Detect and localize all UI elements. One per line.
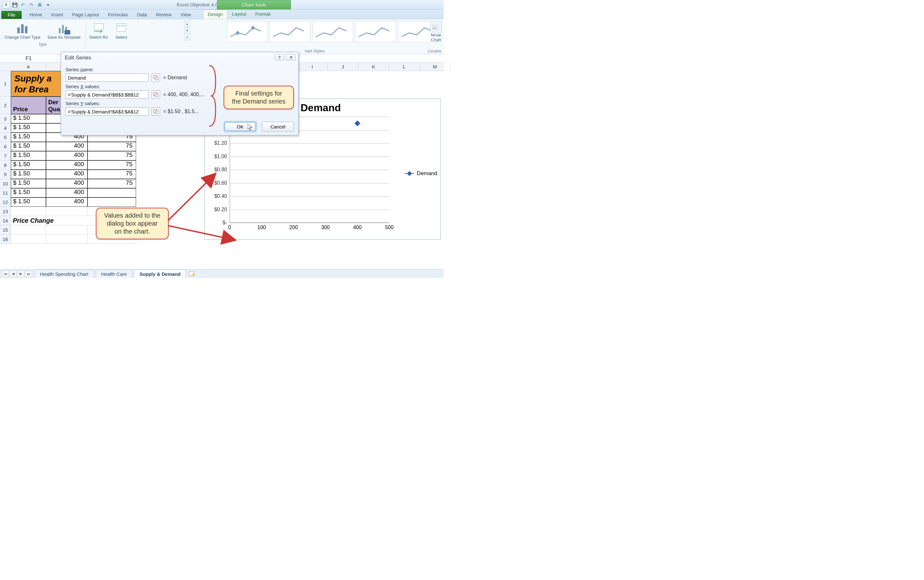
scroll-more-icon[interactable]: ▾ [184,34,190,40]
column-headers-right[interactable]: I J K L M [297,63,450,71]
chart-legend[interactable]: Demand [404,170,437,177]
tab-view[interactable]: View [176,10,195,19]
cell-B10[interactable]: 400 [46,179,87,188]
chart-style-3[interactable] [312,21,353,42]
chart-style-2[interactable] [270,21,311,42]
cell-A7[interactable]: $ 1.50 [11,151,46,160]
cell-B13[interactable] [46,207,87,216]
cell-A8[interactable]: $ 1.50 [11,160,46,170]
cell-A10[interactable]: $ 1.50 [11,179,46,188]
row-head-10[interactable]: 10 [0,179,11,188]
cell-C12[interactable] [87,198,136,207]
tab-review[interactable]: Review [151,10,176,19]
cell-A3[interactable]: $ 1.50 [11,114,46,124]
select-data-button[interactable]: Select [114,21,129,40]
qat-print-icon[interactable]: 🖶 [36,2,43,8]
row-head-13[interactable]: 13 [0,207,11,216]
sheet-tab-health-spending[interactable]: Health Spending Chart [35,270,94,278]
change-chart-type-button[interactable]: Change Chart Type [3,21,42,40]
sheet-nav-last[interactable]: ⏭ [25,271,32,277]
chart-data-point[interactable] [355,120,360,126]
row-head-12[interactable]: 12 [0,198,11,207]
tab-home[interactable]: Home [25,10,47,19]
row-head-14[interactable]: 14 [0,216,11,225]
series-y-input[interactable] [66,107,148,116]
range-selector-button-y[interactable] [152,107,160,116]
cell-A6[interactable]: $ 1.50 [11,142,46,151]
name-box[interactable]: F1 [0,54,58,62]
row-head-16[interactable]: 16 [0,234,11,244]
scroll-down-icon[interactable]: ▼ [184,27,190,33]
cell-B11[interactable]: 400 [46,188,87,198]
sheet-tab-supply-demand[interactable]: Supply & Demand [134,270,186,278]
cell-C10[interactable]: 75 [87,179,136,188]
row-head-2[interactable]: 2 [0,97,11,114]
qat-undo-icon[interactable]: ↶ [20,2,26,8]
cell-C8[interactable]: 75 [87,160,136,170]
excel-app-icon[interactable]: X [3,1,10,8]
hdr-price[interactable]: Price [11,97,46,114]
move-chart-button[interactable]: Move Chart [430,21,442,42]
row-head-7[interactable]: 7 [0,151,11,160]
price-change-label[interactable]: Price Change [11,216,87,225]
sheet-nav-prev[interactable]: ◀ [10,271,16,277]
chart-layouts-scroll[interactable]: ▲ ▼ ▾ [184,20,190,41]
row-head-8[interactable]: 8 [0,160,11,170]
qat-customize-icon[interactable]: ▾ [45,2,51,8]
qat-save-icon[interactable]: 💾 [12,2,18,8]
sheet-nav-first[interactable]: ⏮ [2,271,9,277]
chart-title[interactable]: Demand [301,102,341,114]
row-head-6[interactable]: 6 [0,142,11,151]
row-head-5[interactable]: 5 [0,133,11,142]
row-head-9[interactable]: 9 [0,170,11,179]
tab-page-layout[interactable]: Page Layout [68,10,104,19]
cell-B6[interactable]: 400 [46,142,87,151]
series-name-input[interactable] [66,74,148,82]
new-sheet-button[interactable] [188,271,196,277]
sheet-nav-next[interactable]: ▶ [17,271,24,277]
cell-A13[interactable] [11,207,46,216]
row-head-15[interactable]: 15 [0,225,11,234]
cell-C6[interactable]: 75 [87,142,136,151]
scroll-up-icon[interactable]: ▲ [184,20,190,27]
tab-design[interactable]: Design [203,10,228,19]
series-x-input[interactable] [66,91,148,99]
chart-style-1[interactable] [227,21,268,42]
sheet-tab-health-care[interactable]: Health Care [96,270,132,278]
cell-B7[interactable]: 400 [46,151,87,160]
cell-A12[interactable]: $ 1.50 [11,198,46,207]
cancel-button[interactable]: Cancel [262,122,294,131]
col-J[interactable]: J [328,63,358,71]
tab-layout[interactable]: Layout [227,10,251,19]
switch-row-column-button[interactable]: Switch Ro [88,21,109,40]
dialog-close-button[interactable]: ✕ [286,54,296,60]
col-M[interactable]: M [420,63,450,71]
cell-B8[interactable]: 400 [46,160,87,170]
tab-file[interactable]: File [1,11,22,19]
tab-insert[interactable]: Insert [47,10,68,19]
cell-A9[interactable]: $ 1.50 [11,170,46,179]
save-as-template-button[interactable]: Save As Template [46,21,82,40]
cell-A11[interactable]: $ 1.50 [11,188,46,198]
row-head-3[interactable]: 3 [0,114,11,124]
cell-B9[interactable]: 400 [46,170,87,179]
cell-C11[interactable] [87,188,136,198]
cell-B12[interactable]: 400 [46,198,87,207]
range-selector-button-x[interactable] [152,91,160,99]
chart-style-4[interactable] [355,21,396,42]
col-K[interactable]: K [358,63,389,71]
ok-button[interactable]: OK [224,122,256,131]
qat-redo-icon[interactable]: ↷ [28,2,35,8]
tab-format[interactable]: Format [251,10,275,19]
cell-A5[interactable]: $ 1.50 [11,133,46,142]
tab-formulas[interactable]: Formulas [104,10,133,19]
chart-styles-gallery[interactable] [227,21,439,42]
cell-C7[interactable]: 75 [87,151,136,160]
dialog-help-button[interactable]: ? [275,54,284,60]
row-head-1[interactable]: 1 [0,71,11,97]
col-L[interactable]: L [389,63,420,71]
col-A[interactable]: A [11,63,46,71]
row-head-4[interactable]: 4 [0,124,11,133]
col-I[interactable]: I [297,63,328,71]
cell-C9[interactable]: 75 [87,170,136,179]
